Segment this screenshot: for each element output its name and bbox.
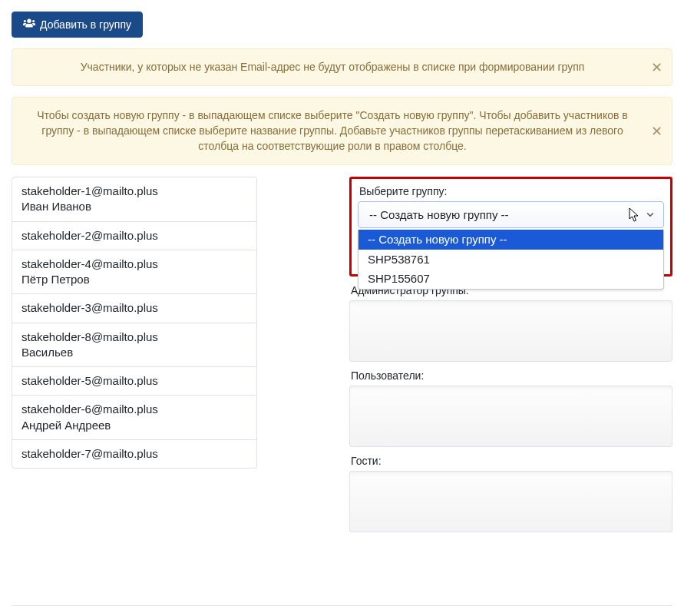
close-icon[interactable]: ✕ xyxy=(651,61,663,75)
alert-text: Чтобы создать новую группу - в выпадающе… xyxy=(37,109,627,151)
select-group-label: Выберите группу: xyxy=(359,185,664,197)
guests-label: Гости: xyxy=(351,455,672,467)
stakeholder-email: stakeholder-7@mailto.plus xyxy=(21,446,247,462)
stakeholder-email: stakeholder-4@mailto.plus xyxy=(21,257,247,272)
guests-drop-area[interactable] xyxy=(349,471,672,532)
stakeholder-email: stakeholder-5@mailto.plus xyxy=(21,373,247,389)
add-to-group-button[interactable]: Добавить в группу xyxy=(12,12,143,38)
stakeholder-name: Иван Иванов xyxy=(21,199,247,214)
list-item[interactable]: stakeholder-7@mailto.plus xyxy=(12,440,256,468)
group-dropdown[interactable]: -- Создать новую группу --SHP538761SHP15… xyxy=(358,230,664,290)
users-icon xyxy=(23,18,35,31)
alert-text: Участники, у которых не указан Email-адр… xyxy=(81,61,585,73)
stakeholder-name: Васильев xyxy=(21,345,247,360)
group-option[interactable]: -- Создать новую группу -- xyxy=(359,230,663,250)
stakeholder-email: stakeholder-3@mailto.plus xyxy=(21,300,247,316)
group-option[interactable]: SHP538761 xyxy=(359,250,663,270)
alert-email-warning: Участники, у которых не указан Email-адр… xyxy=(12,48,672,87)
group-select-highlight: Выберите группу: -- Создать новую группу… xyxy=(349,177,672,277)
list-item[interactable]: stakeholder-3@mailto.plus xyxy=(12,294,256,323)
group-option[interactable]: SHP155607 xyxy=(359,269,663,289)
group-select-input[interactable]: -- Создать новую группу -- xyxy=(358,201,664,228)
stakeholder-email: stakeholder-1@mailto.plus xyxy=(21,184,247,199)
stakeholder-name: Андрей Андреев xyxy=(21,418,247,433)
stakeholder-list[interactable]: stakeholder-1@mailto.plusИван Ивановstak… xyxy=(12,177,257,591)
stakeholder-email: stakeholder-8@mailto.plus xyxy=(21,330,247,345)
list-item[interactable]: stakeholder-2@mailto.plus xyxy=(12,222,256,250)
users-label: Пользователи: xyxy=(351,369,672,382)
admin-drop-area[interactable] xyxy=(349,300,672,362)
list-item[interactable]: stakeholder-5@mailto.plus xyxy=(12,367,256,396)
list-item[interactable]: stakeholder-4@mailto.plusПётр Петров xyxy=(12,250,256,295)
alert-create-help: Чтобы создать новую группу - в выпадающе… xyxy=(12,97,672,165)
list-item[interactable]: stakeholder-1@mailto.plusИван Иванов xyxy=(12,177,256,222)
users-drop-area[interactable] xyxy=(349,386,672,447)
group-select[interactable]: -- Создать новую группу -- -- Создать но… xyxy=(358,201,664,228)
list-item[interactable]: stakeholder-8@mailto.plusВасильев xyxy=(12,323,256,368)
close-icon[interactable]: ✕ xyxy=(651,124,663,138)
select-value: -- Создать новую группу -- xyxy=(369,208,509,221)
list-item[interactable]: stakeholder-6@mailto.plusАндрей Андреев xyxy=(12,396,256,440)
stakeholder-email: stakeholder-2@mailto.plus xyxy=(21,228,247,243)
button-label: Добавить в группу xyxy=(40,18,131,31)
stakeholder-name: Пётр Петров xyxy=(21,272,247,287)
stakeholder-email: stakeholder-6@mailto.plus xyxy=(21,402,247,417)
